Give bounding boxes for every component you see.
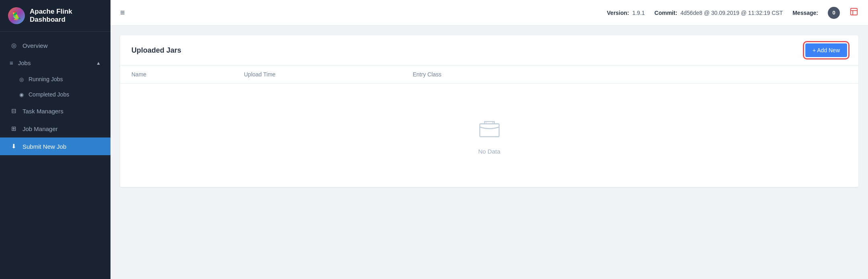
job-manager-icon: ⊞ [10, 125, 18, 132]
sidebar-nav: ◎ Overview ≡ Jobs ▲ ◎ Running Jobs ◉ Com… [0, 32, 111, 279]
notification-icon[interactable] [850, 7, 858, 18]
sidebar-item-task-managers[interactable]: ⊟ Task Managers [0, 102, 111, 120]
main-area: ≡ Version: 1.9.1 Commit: 4d56de8 @ 30.09… [111, 0, 868, 279]
sidebar-item-job-manager-label: Job Manager [23, 125, 58, 132]
table-header: Name Upload Time Entry Class [120, 66, 858, 84]
sidebar-item-jobs[interactable]: ≡ Jobs ▲ [0, 54, 111, 72]
content-area: Uploaded Jars + Add New Name Upload Time… [111, 26, 868, 279]
sidebar-item-completed-jobs[interactable]: ◉ Completed Jobs [0, 87, 111, 102]
sidebar-item-task-managers-label: Task Managers [23, 108, 63, 115]
message-label: Message: [792, 10, 818, 16]
sidebar-item-overview-label: Overview [23, 42, 48, 49]
jobs-icon: ≡ [10, 59, 13, 66]
empty-state-icon [477, 116, 502, 142]
card-title: Uploaded Jars [131, 46, 181, 55]
commit-info: Commit: 4d56de8 @ 30.09.2019 @ 11:32:19 … [655, 10, 783, 16]
message-count-badge[interactable]: 0 [828, 7, 840, 19]
sidebar-item-submit-new-job[interactable]: ⬇ Submit New Job [0, 137, 111, 155]
sidebar-item-submit-new-job-label: Submit New Job [23, 143, 66, 150]
task-managers-icon: ⊟ [10, 107, 18, 115]
col-header-name: Name [131, 71, 244, 78]
chevron-up-icon: ▲ [96, 60, 101, 66]
version-label: Version: [607, 10, 629, 16]
uploaded-jars-card: Uploaded Jars + Add New Name Upload Time… [120, 35, 858, 187]
sidebar-item-job-manager[interactable]: ⊞ Job Manager [0, 120, 111, 137]
sidebar-item-completed-jobs-label: Completed Jobs [29, 91, 69, 98]
topbar-right: Version: 1.9.1 Commit: 4d56de8 @ 30.09.2… [607, 7, 858, 19]
app-logo: 🦜 [8, 7, 25, 24]
svg-rect-0 [851, 8, 858, 15]
version-value: 1.9.1 [632, 10, 645, 16]
col-header-upload: Upload Time [244, 71, 413, 78]
submit-icon: ⬇ [10, 143, 18, 150]
empty-state: No Data [120, 84, 858, 187]
message-info: Message: [792, 10, 818, 16]
completed-jobs-icon: ◉ [19, 92, 24, 98]
commit-value: 4d56de8 @ 30.09.2019 @ 11:32:19 CST [680, 10, 783, 16]
sidebar-header: 🦜 Apache Flink Dashboard [0, 0, 111, 32]
overview-icon: ◎ [10, 42, 18, 49]
card-header: Uploaded Jars + Add New [120, 35, 858, 66]
col-header-entry: Entry Class [413, 71, 847, 78]
app-title: Apache Flink Dashboard [30, 8, 102, 24]
topbar-left: ≡ [120, 8, 125, 17]
sidebar-item-running-jobs-label: Running Jobs [29, 76, 63, 82]
add-new-button[interactable]: + Add New [805, 43, 847, 57]
commit-label: Commit: [655, 10, 678, 16]
version-info: Version: 1.9.1 [607, 10, 645, 16]
topbar: ≡ Version: 1.9.1 Commit: 4d56de8 @ 30.09… [111, 0, 868, 26]
sidebar-item-jobs-label: Jobs [18, 59, 31, 66]
sidebar: 🦜 Apache Flink Dashboard ◎ Overview ≡ Jo… [0, 0, 111, 279]
empty-text: No Data [478, 148, 500, 155]
sidebar-item-running-jobs[interactable]: ◎ Running Jobs [0, 72, 111, 87]
running-jobs-icon: ◎ [19, 76, 24, 82]
jobs-subitems: ◎ Running Jobs ◉ Completed Jobs [0, 72, 111, 102]
svg-rect-3 [480, 124, 499, 137]
sidebar-item-overview[interactable]: ◎ Overview [0, 37, 111, 54]
hamburger-menu-icon[interactable]: ≡ [120, 8, 125, 17]
